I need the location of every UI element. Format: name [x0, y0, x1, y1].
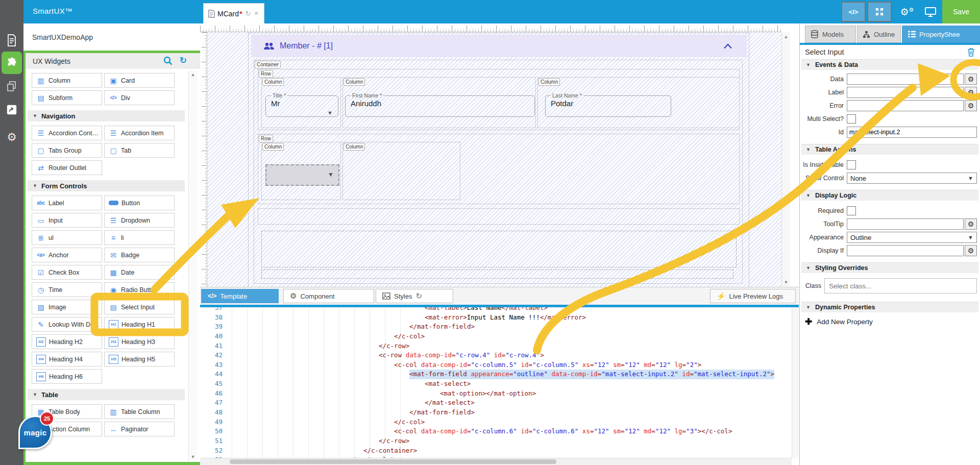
widget-item-time[interactable]: ◷Time	[32, 282, 102, 297]
tab-refresh-icon[interactable]: ↻	[245, 10, 251, 17]
widget-item-dropdown[interactable]: ☰Dropdown	[104, 213, 175, 228]
editor-vertical-scrollbar[interactable]	[792, 307, 799, 458]
widget-item-date[interactable]: ▦Date	[104, 265, 175, 280]
widget-item-table-column[interactable]: ▥Table Column	[104, 404, 175, 419]
collapse-card-button[interactable]	[723, 42, 732, 51]
widget-item-subform[interactable]: ▤Subform	[32, 90, 102, 105]
show-control-dropdown[interactable]: None ▼	[847, 173, 977, 184]
error-gear-button[interactable]: ⚙	[965, 100, 977, 111]
widget-item-anchor[interactable]: <a>Anchor	[32, 248, 102, 262]
widget-item-label[interactable]: abcLabel	[32, 195, 102, 210]
tab-component[interactable]: ⚙ Component	[283, 289, 374, 303]
live-preview-logs-button[interactable]: ⚡ Live Preview Logs	[710, 289, 796, 303]
widget-item-card[interactable]: ▣Card	[104, 73, 175, 88]
display-if-gear-button[interactable]: ⚙	[965, 245, 977, 256]
code-editor[interactable]: 37<mat-label>Last Name</mat-label>38<mat…	[200, 307, 792, 458]
tab-styles[interactable]: Styles ↻	[376, 289, 453, 303]
widget-item-ul[interactable]: ≣ul	[32, 230, 102, 245]
widget-item-accordion-item[interactable]: ☰Accordion Item	[104, 126, 175, 140]
last-name-field[interactable]: Last Name * Potdar	[545, 92, 671, 117]
empty-row-widget[interactable]	[261, 231, 737, 267]
data-gear-button[interactable]: ⚙	[965, 74, 977, 85]
tab-outline[interactable]: Outline	[857, 26, 901, 43]
empty-row-widget[interactable]	[258, 208, 740, 225]
tooltip-gear-button[interactable]: ⚙	[965, 218, 977, 230]
search-widgets-button[interactable]	[163, 56, 174, 66]
widget-item-heading-h1[interactable]: H1Heading H1	[104, 317, 175, 332]
settings-nav-button[interactable]: ⚙	[0, 129, 23, 146]
save-button[interactable]: Save	[942, 0, 980, 23]
widget-item-heading-h5[interactable]: H5Heading H5	[104, 352, 175, 366]
refresh-icon[interactable]: ↻	[415, 291, 422, 301]
widget-item-accordion-conta[interactable]: ☰Accordion Conta...	[32, 126, 102, 140]
share-nav-button[interactable]	[0, 101, 23, 118]
column-widget[interactable]	[342, 142, 460, 200]
tab-models[interactable]: Models	[805, 26, 856, 43]
canvas-scrollbar[interactable]: ▲ ▼	[781, 32, 790, 287]
tab-propertysheet[interactable]: PropertyShee	[902, 26, 980, 43]
display-if-input[interactable]	[847, 245, 964, 256]
widget-item-heading-h2[interactable]: H2Heading H2	[32, 334, 102, 349]
widget-section-table[interactable]: ▼Table	[28, 389, 185, 400]
widget-item-li[interactable]: ≡li	[104, 230, 175, 245]
widget-list-scrollbar[interactable]: ▲ ▼	[188, 70, 197, 461]
code-view-button[interactable]: </>	[841, 2, 866, 22]
preview-button[interactable]	[922, 4, 939, 19]
label-gear-button[interactable]: ⚙	[965, 87, 977, 98]
widget-item-tabs-group[interactable]: ▢Tabs Group	[32, 143, 102, 158]
design-canvas[interactable]: Member - # [1] Container Row Column Colu…	[207, 32, 781, 287]
select-input-widget[interactable]: ▼	[265, 164, 339, 186]
delete-widget-button[interactable]	[967, 47, 975, 59]
widget-item-radio-button[interactable]: ◉Radio Button	[104, 282, 175, 297]
is-inside-table-checkbox[interactable]	[847, 160, 856, 169]
widgets-nav-button[interactable]	[2, 52, 22, 74]
error-input[interactable]	[847, 100, 964, 111]
widget-item-badge[interactable]: ✉Badge	[104, 248, 175, 262]
widget-item-heading-h4[interactable]: H4Heading H4	[32, 352, 102, 366]
services-button[interactable]: ⚙⚙	[898, 4, 916, 19]
id-input[interactable]	[847, 127, 977, 138]
widget-item-select-input[interactable]: ▤Select Input	[104, 300, 175, 314]
widget-section-navigation[interactable]: ▼Navigation	[28, 110, 185, 121]
section-table-actions[interactable]: ▼ Table Actions	[801, 144, 978, 155]
refresh-widgets-button[interactable]: ↻	[180, 55, 187, 66]
section-events-data[interactable]: ▼ Events & Data	[801, 59, 978, 70]
section-display-logic[interactable]: ▼ Display Logic	[801, 190, 978, 201]
section-dynamic-properties[interactable]: ▼ Dynamic Properties	[801, 302, 978, 312]
add-new-property-button[interactable]: ✚ Add New Property	[805, 316, 980, 327]
editor-horizontal-scrollbar[interactable]	[200, 458, 792, 465]
tab-mcard[interactable]: MCard * ↻ ✕	[203, 3, 264, 23]
widget-item-router-outlet[interactable]: ⇄Router Outlet	[32, 160, 102, 175]
widget-item-check-box[interactable]: ☑Check Box	[32, 265, 102, 280]
widget-item-heading-h3[interactable]: H3Heading H3	[104, 334, 175, 349]
appearance-dropdown[interactable]: Outline ▼	[847, 232, 977, 243]
widget-section-form-controls[interactable]: ▼Form Controls	[28, 180, 185, 191]
multi-select-checkbox[interactable]	[847, 114, 856, 124]
widget-item-paginator[interactable]: ↔Paginator	[104, 422, 175, 436]
widget-item-button[interactable]: Button	[104, 195, 175, 210]
widget-item-lookup-with-de[interactable]: ✎Lookup With De...	[32, 317, 102, 332]
title-select-field[interactable]: Title * Mr ▼	[265, 92, 338, 117]
copy-nav-button[interactable]	[0, 78, 23, 95]
tab-close-icon[interactable]: ✕	[254, 10, 258, 17]
widget-item-tab[interactable]: ▢Tab	[104, 143, 175, 158]
data-input[interactable]	[847, 74, 964, 85]
first-name-field[interactable]: First Name * Aniruddh	[345, 92, 535, 117]
magic-logo[interactable]: magic 25	[18, 415, 51, 448]
pages-nav-button[interactable]	[0, 32, 23, 49]
required-checkbox[interactable]	[847, 206, 856, 215]
member-card-header[interactable]: Member - # [1]	[251, 35, 747, 57]
label-input[interactable]	[847, 87, 964, 98]
tab-template[interactable]: </> Template	[201, 289, 279, 303]
widget-item-column[interactable]: ▥Column	[32, 73, 102, 88]
widget-item-image[interactable]: ▧Image	[32, 300, 102, 314]
scrollbar-thumb[interactable]	[230, 459, 556, 464]
expand-view-button[interactable]	[867, 2, 892, 22]
empty-row-widget[interactable]	[261, 270, 733, 279]
widget-item-div[interactable]: </>Div	[104, 90, 175, 105]
widget-item-input[interactable]: ▭Input	[32, 213, 102, 228]
widget-item-heading-h6[interactable]: H6Heading H6	[32, 369, 102, 384]
class-input[interactable]	[824, 278, 977, 293]
section-styling-overrides[interactable]: ▼ Styling Overrides	[801, 262, 978, 273]
tooltip-input[interactable]	[847, 218, 964, 230]
